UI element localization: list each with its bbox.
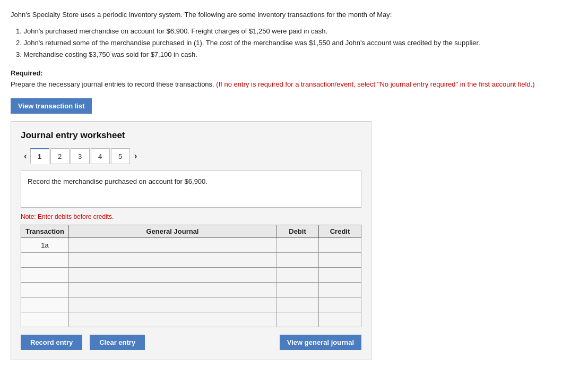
table-row (21, 298, 361, 312)
table-row (21, 283, 361, 298)
row-6-transaction (21, 312, 69, 327)
row-6-debit[interactable] (276, 312, 319, 327)
row-4-debit[interactable] (276, 283, 319, 298)
row-2-journal-input[interactable] (69, 253, 276, 267)
tab-prev-button[interactable]: ‹ (21, 150, 30, 163)
tab-4[interactable]: 4 (91, 148, 110, 164)
button-row: Record entry Clear entry View general jo… (21, 335, 361, 350)
col-debit: Debit (276, 225, 319, 238)
row-1-journal-input[interactable] (69, 238, 276, 252)
transaction-item-1: 1. John's purchased merchandise on accou… (16, 26, 577, 37)
worksheet-title: Journal entry worksheet (21, 130, 361, 141)
col-general-journal: General Journal (69, 225, 276, 238)
journal-table: Transaction General Journal Debit Credit… (21, 225, 361, 327)
clear-entry-button[interactable]: Clear entry (90, 335, 145, 350)
tab-next-button[interactable]: › (131, 150, 141, 163)
row-4-journal-input[interactable] (69, 283, 276, 297)
row-3-journal[interactable] (69, 268, 276, 283)
row-2-journal[interactable] (69, 253, 276, 268)
row-5-debit[interactable] (276, 298, 319, 312)
row-1-transaction: 1a (21, 238, 69, 253)
transaction-description: Record the merchandise purchased on acco… (21, 171, 361, 208)
row-5-credit[interactable] (319, 298, 361, 312)
intro-text: John's Specialty Store uses a periodic i… (11, 10, 577, 20)
row-4-credit-input[interactable] (319, 283, 361, 297)
row-4-transaction (21, 283, 69, 298)
row-5-debit-input[interactable] (276, 298, 318, 312)
row-3-debit[interactable] (276, 268, 319, 283)
transactions-list: 1. John's purchased merchandise on accou… (11, 26, 577, 61)
row-2-debit-input[interactable] (276, 253, 318, 267)
row-6-credit[interactable] (319, 312, 361, 327)
row-3-debit-input[interactable] (276, 268, 318, 282)
row-2-debit[interactable] (276, 253, 319, 268)
required-text-before: Prepare the necessary journal entries to… (11, 80, 216, 88)
row-3-journal-input[interactable] (69, 268, 276, 282)
row-5-transaction (21, 298, 69, 312)
row-2-transaction (21, 253, 69, 268)
row-6-journal[interactable] (69, 312, 276, 327)
view-general-journal-button[interactable]: View general journal (280, 335, 361, 350)
row-5-credit-input[interactable] (319, 298, 361, 312)
transaction-item-2: 2. John's returned some of the merchandi… (16, 37, 577, 49)
row-2-credit-input[interactable] (319, 253, 361, 267)
row-1-credit[interactable] (319, 238, 361, 253)
table-row (21, 268, 361, 283)
row-4-debit-input[interactable] (276, 283, 318, 297)
row-6-journal-input[interactable] (69, 312, 276, 327)
row-5-journal-input[interactable] (69, 298, 276, 312)
tab-3[interactable]: 3 (71, 148, 90, 164)
table-row (21, 312, 361, 327)
row-1-debit[interactable] (276, 238, 319, 253)
table-row: 1a (21, 238, 361, 253)
row-5-journal[interactable] (69, 298, 276, 312)
table-row (21, 253, 361, 268)
required-warning: (If no entry is required for a transacti… (216, 80, 534, 88)
required-label: Required: (11, 69, 43, 77)
required-section: Required: Prepare the necessary journal … (11, 68, 577, 90)
row-1-journal[interactable] (69, 238, 276, 253)
note-text: Note: Enter debits before credits. (21, 213, 361, 220)
tab-5[interactable]: 5 (111, 148, 130, 164)
tab-row: ‹ 1 2 3 4 5 › (21, 148, 361, 164)
row-4-credit[interactable] (319, 283, 361, 298)
row-2-credit[interactable] (319, 253, 361, 268)
row-3-transaction (21, 268, 69, 283)
row-6-credit-input[interactable] (319, 312, 361, 327)
col-credit: Credit (319, 225, 361, 238)
row-6-debit-input[interactable] (276, 312, 318, 327)
col-transaction: Transaction (21, 225, 69, 238)
journal-entry-worksheet: Journal entry worksheet ‹ 1 2 3 4 5 › Re… (11, 121, 371, 360)
row-1-debit-input[interactable] (276, 238, 318, 252)
tab-2[interactable]: 2 (50, 148, 70, 164)
row-4-journal[interactable] (69, 283, 276, 298)
row-1-credit-input[interactable] (319, 238, 361, 252)
view-transaction-button[interactable]: View transaction list (11, 98, 92, 114)
row-3-credit[interactable] (319, 268, 361, 283)
tab-1[interactable]: 1 (30, 148, 49, 164)
transaction-item-3: 3. Merchandise costing $3,750 was sold f… (16, 49, 577, 61)
record-entry-button[interactable]: Record entry (21, 335, 82, 350)
row-3-credit-input[interactable] (319, 268, 361, 282)
